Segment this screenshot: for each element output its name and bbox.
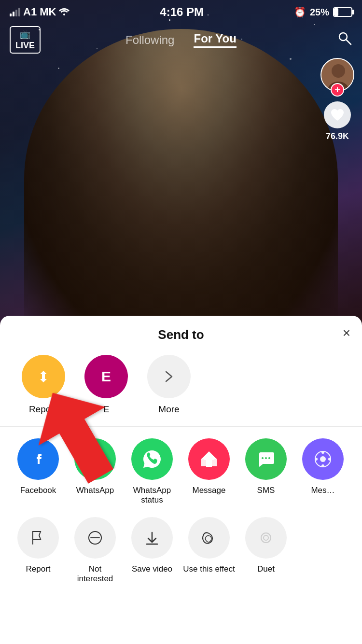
more-circle [147, 355, 191, 398]
share-sms[interactable]: SMS [237, 438, 294, 505]
nav-bar: 📺 LIVE Following For You [0, 24, 362, 56]
svg-point-10 [265, 457, 267, 459]
like-button[interactable]: 76.9K [324, 101, 351, 141]
time-display: 4:16 PM [160, 5, 204, 19]
svg-point-13 [320, 456, 326, 462]
svg-point-11 [268, 457, 270, 459]
sms-label: SMS [257, 486, 275, 495]
video-overlay [0, 33, 362, 328]
like-count: 76.9K [326, 131, 349, 141]
duet-icon-circle [245, 517, 287, 559]
right-actions: + 76.9K [320, 58, 354, 141]
battery-fill [334, 8, 338, 16]
svg-point-14 [321, 451, 324, 454]
report-label: Report [26, 564, 50, 574]
tab-following[interactable]: Following [125, 33, 174, 47]
battery-percent: 25% [310, 7, 329, 18]
action-row: Report Not interested Save video [0, 517, 362, 584]
action-duet[interactable]: Duet [237, 517, 294, 584]
svg-point-16 [315, 458, 318, 461]
report-icon-circle [17, 517, 59, 559]
share-whatsapp-status[interactable]: WhatsApp status [124, 438, 181, 505]
contact-e-letter: E [101, 368, 111, 385]
message-label: Message [193, 486, 226, 495]
carrier-label: A1 MK [23, 6, 56, 18]
signal-bars [10, 8, 20, 16]
svg-line-2 [346, 40, 351, 44]
not-interested-label: Not interested [71, 564, 119, 584]
share-sheet: Send to × Repost E E Mor [0, 316, 362, 644]
status-left: A1 MK [10, 6, 70, 18]
sheet-title: Send to [158, 327, 204, 342]
svg-point-23 [261, 533, 271, 543]
follow-button[interactable]: + [331, 83, 344, 97]
quick-more[interactable]: More [145, 355, 193, 415]
search-icon[interactable] [337, 30, 352, 49]
tv-icon: 📺 [20, 29, 30, 40]
svg-point-17 [328, 458, 331, 461]
alarm-icon: ⏰ [294, 6, 306, 18]
creator-avatar[interactable]: + [320, 58, 354, 92]
use-effect-icon-circle [188, 517, 230, 559]
share-other[interactable]: Mes… [294, 438, 351, 505]
svg-point-9 [262, 457, 264, 459]
svg-point-4 [332, 64, 345, 78]
action-not-interested[interactable]: Not interested [67, 517, 124, 584]
action-use-effect[interactable]: Use this effect [181, 517, 237, 584]
action-report[interactable]: Report [10, 517, 67, 584]
duet-label: Duet [257, 564, 275, 574]
whatsapp-status-icon-circle [131, 438, 173, 480]
more-label: More [158, 404, 179, 415]
action-save-video[interactable]: Save video [124, 517, 181, 584]
facebook-label: Facebook [20, 486, 56, 495]
sms-icon-circle [245, 438, 287, 480]
not-interested-icon-circle [74, 517, 116, 559]
other-icon-circle [302, 438, 344, 480]
svg-point-0 [63, 14, 65, 15]
other-label: Mes… [311, 486, 334, 495]
message-icon-circle [188, 438, 230, 480]
wifi-icon [59, 6, 70, 18]
status-right: ⏰ 25% [294, 6, 352, 18]
whatsapp-status-label: WhatsApp status [128, 486, 176, 505]
save-video-icon-circle [131, 517, 173, 559]
live-button[interactable]: 📺 LIVE [10, 26, 41, 54]
use-effect-label: Use this effect [183, 564, 235, 574]
tab-for-you[interactable]: For You [194, 32, 236, 48]
nav-tabs: Following For You [125, 32, 237, 48]
status-bar: A1 MK 4:16 PM ⏰ 25% [0, 0, 362, 24]
share-message[interactable]: Message [181, 438, 237, 505]
save-video-label: Save video [132, 564, 172, 574]
heart-icon [324, 101, 351, 128]
battery-icon [333, 7, 352, 17]
close-button[interactable]: × [343, 326, 350, 340]
svg-point-24 [264, 535, 268, 540]
svg-point-15 [321, 464, 324, 467]
sheet-header: Send to × [0, 316, 362, 350]
live-label: LIVE [15, 41, 35, 51]
